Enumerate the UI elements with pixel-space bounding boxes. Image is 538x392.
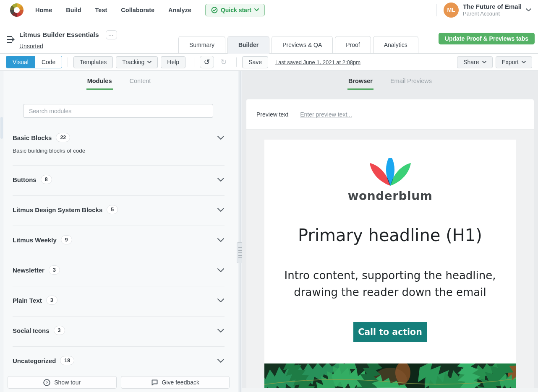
module-category-basic-blocks: Basic Blocks 22 Basic building blocks of… [13,118,225,166]
category-header[interactable]: Litmus Design System Blocks 5 [13,205,225,214]
share-dropdown[interactable]: Share [457,56,492,68]
account-type: Parent Account [463,10,522,17]
chevron-down-icon [147,61,151,64]
tab-modules[interactable]: Modules [86,78,113,90]
module-category-litmus-weekly: Litmus Weekly 9 [13,226,225,256]
nav-home[interactable]: Home [35,7,52,13]
preview-panel: Browser Email Previews Preview text Ente… [242,71,538,392]
quick-start-label: Quick start [221,7,251,13]
search-input[interactable] [23,104,213,118]
top-navigation: Home Build Test Collaborate Analyze Quic… [0,0,538,20]
tracking-dropdown[interactable]: Tracking [116,56,158,68]
module-category-buttons: Buttons 8 [13,166,225,196]
svg-text:?: ? [46,380,48,385]
tab-analytics[interactable]: Analytics [373,36,418,54]
visual-mode-button[interactable]: Visual [6,56,35,68]
panel-splitter[interactable] [238,71,242,392]
chevron-down-icon [217,268,225,273]
tab-email-previews[interactable]: Email Previews [389,78,433,90]
module-category-newsletter: Newsletter 3 [13,256,225,286]
chevron-down-icon [217,238,225,242]
tab-summary[interactable]: Summary [178,36,225,54]
help-button[interactable]: Help [161,56,185,68]
chevron-down-icon [217,328,225,333]
scrollbar-thumb[interactable] [0,117,3,139]
category-header[interactable]: Social Icons 3 [13,326,225,335]
category-header[interactable]: Uncategorized 18 [13,356,225,365]
undo-icon: ↺ [204,57,210,67]
tab-browser[interactable]: Browser [347,78,373,90]
litmus-logo-icon[interactable] [10,3,24,17]
divider [436,4,437,16]
folder-link[interactable]: Unsorted [19,43,43,49]
preview-text-label: Preview text [256,111,288,118]
divider [236,57,237,67]
fern-hero-image [264,363,516,388]
chevron-down-icon [217,177,225,182]
account-info[interactable]: The Future of Email Parent Account [463,3,522,17]
email-headline: Primary headline (H1) [264,226,516,245]
email-canvas: wonderblum Primary headline (H1) Intro c… [246,130,534,388]
last-saved-link[interactable]: Last saved June 1, 2021 at 2:08pm [275,59,360,65]
chevron-down-icon [522,61,526,64]
brand-name: wonderblum [264,189,516,203]
count-badge: 9 [61,235,72,244]
builder-toolbar: Visual Code Templates Tracking Help ↺ ↻ … [0,54,538,71]
tab-builder[interactable]: Builder [227,36,269,54]
browser-preview-card: Preview text Enter preview text... wonde… [246,99,534,388]
count-badge: 3 [49,265,60,275]
tab-proof[interactable]: Proof [335,36,371,54]
check-circle-icon [211,7,218,13]
modules-panel: Modules Content Basic Blocks 22 Basic bu… [0,71,238,392]
account-avatar[interactable]: ML [444,3,459,18]
templates-button[interactable]: Templates [73,56,113,68]
save-button[interactable]: Save [242,56,268,68]
open-drawer-icon[interactable] [6,34,17,44]
category-header[interactable]: Basic Blocks 22 [13,133,225,142]
nav-test[interactable]: Test [95,7,107,13]
chevron-down-icon [217,208,225,212]
document-tabs: Summary Builder Previews & QA Proof Anal… [178,36,418,53]
count-badge: 3 [54,326,65,335]
redo-button[interactable]: ↻ [217,56,231,68]
export-dropdown[interactable]: Export [496,56,532,68]
chevron-down-icon [217,135,225,140]
tab-previews-qa[interactable]: Previews & QA [272,36,333,54]
category-header[interactable]: Litmus Weekly 9 [13,235,225,244]
count-badge: 3 [46,296,57,305]
question-circle-icon: ? [43,379,50,386]
show-tour-button[interactable]: ? Show tour [8,376,117,389]
email-intro-text: Intro content, supporting the headline, … [277,267,504,301]
category-header[interactable]: Buttons 8 [13,175,225,184]
count-badge: 22 [56,133,70,142]
module-category-uncategorized: Uncategorized 18 [13,347,225,373]
feedback-bubble-icon [151,379,158,386]
call-to-action-button[interactable]: Call to action [353,322,427,342]
modules-panel-tabs: Modules Content [0,71,238,90]
category-header[interactable]: Newsletter 3 [13,265,225,275]
horizontal-scrollbar[interactable] [242,388,538,392]
more-options-button[interactable]: ⋯ [106,30,117,39]
chevron-down-icon[interactable] [526,8,531,12]
nav-collaborate[interactable]: Collaborate [121,7,154,13]
modules-panel-footer: ? Show tour Give feedback [0,373,238,392]
count-badge: 8 [41,175,52,184]
preview-text-input[interactable]: Enter preview text... [300,111,352,118]
divider [68,57,68,67]
update-proof-previews-button[interactable]: Update Proof & Previews tabs [439,33,535,44]
nav-build[interactable]: Build [66,7,81,13]
code-mode-button[interactable]: Code [35,56,62,68]
account-name: The Future of Email [463,3,522,10]
category-header[interactable]: Plain Text 3 [13,296,225,305]
category-description: Basic building blocks of code [13,148,225,154]
quick-start-button[interactable]: Quick start [205,4,265,16]
tab-content[interactable]: Content [129,78,152,90]
document-header: Litmus Builder Essentials ⋯ Unsorted Sum… [0,20,538,54]
chevron-down-icon [217,358,225,363]
editor-mode-toggle: Visual Code [6,56,62,68]
nav-analyze[interactable]: Analyze [168,7,191,13]
left-scrollbar[interactable] [0,71,3,392]
undo-button[interactable]: ↺ [200,56,214,68]
redo-icon: ↻ [221,57,227,67]
give-feedback-button[interactable]: Give feedback [121,376,230,389]
